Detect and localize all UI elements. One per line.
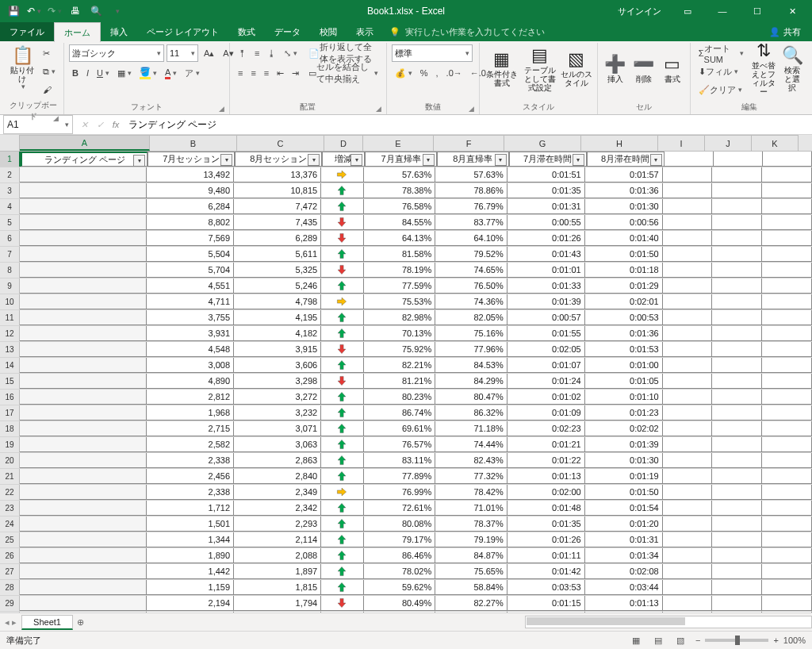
cell-trend[interactable] (321, 596, 363, 611)
tab-pagelayout[interactable]: ページ レイアウト (137, 22, 228, 41)
cell[interactable]: 69.61% (364, 421, 436, 436)
cell[interactable]: 3,071 (234, 421, 321, 436)
cell[interactable]: 0:01:11 (508, 548, 585, 563)
cell[interactable]: 64.13% (364, 231, 436, 246)
row-header[interactable]: 2 (0, 167, 20, 182)
grow-font-button[interactable]: A▴ (201, 44, 217, 62)
cell[interactable] (20, 342, 147, 357)
cell[interactable]: 0:01:22 (508, 453, 585, 468)
cell[interactable]: 72.61% (364, 501, 436, 516)
cell[interactable] (663, 421, 713, 436)
col-header-B[interactable]: B (150, 135, 237, 151)
cell[interactable]: 78.42% (435, 485, 508, 500)
col-header-J[interactable]: J (705, 135, 752, 151)
cut-button[interactable]: ✂ (40, 44, 53, 62)
cell-trend[interactable] (321, 167, 363, 182)
share-button[interactable]: 👤共有 (758, 22, 812, 41)
zoom-in-button[interactable]: + (773, 636, 778, 645)
cell[interactable]: 76.99% (364, 485, 436, 500)
cell-trend[interactable] (321, 612, 363, 613)
col-header-K[interactable]: K (752, 135, 799, 151)
cell[interactable]: 0:01:42 (508, 564, 585, 579)
font-size-combo[interactable]: 11▾ (167, 44, 198, 62)
cell[interactable] (712, 548, 762, 563)
row-header[interactable]: 6 (0, 231, 20, 246)
cell-D1[interactable]: 増減▾ (322, 152, 365, 167)
row-header[interactable]: 11 (0, 310, 20, 325)
cell-trend[interactable] (321, 548, 363, 563)
cell[interactable]: 8,802 (147, 215, 234, 230)
accounting-button[interactable]: 💰▾ (392, 64, 416, 82)
tab-view[interactable]: 表示 (347, 22, 383, 41)
cell[interactable]: 4,890 (147, 374, 234, 389)
cell[interactable] (762, 564, 812, 579)
align-right-button[interactable]: ≡ (261, 64, 272, 82)
cell[interactable] (712, 199, 762, 214)
row-header[interactable]: 27 (0, 564, 20, 579)
cell[interactable]: 59.62% (364, 580, 436, 595)
cell[interactable]: 74.36% (435, 294, 508, 309)
cell[interactable]: 7,569 (147, 231, 234, 246)
ribbon-options-icon[interactable]: ▭ (671, 0, 704, 22)
cell[interactable] (663, 501, 713, 516)
cell[interactable] (20, 215, 147, 230)
cell[interactable]: 2,582 (147, 437, 234, 452)
cell[interactable] (20, 278, 147, 294)
cell[interactable]: 0:01:31 (508, 199, 585, 214)
cell[interactable]: 77.96% (435, 342, 508, 357)
cell[interactable] (762, 469, 812, 484)
cell[interactable] (663, 532, 713, 547)
fx-button[interactable]: fx (108, 120, 124, 129)
cell-trend[interactable] (321, 199, 363, 214)
cell[interactable] (762, 517, 812, 532)
cell[interactable]: 0:01:34 (585, 548, 663, 563)
row-header[interactable]: 24 (0, 517, 20, 532)
cell-C1[interactable]: 8月セッション▾ (235, 152, 322, 167)
cell[interactable] (762, 342, 812, 357)
paste-button[interactable]: 📋貼り付け▾ (8, 44, 36, 94)
font-name-combo[interactable]: 游ゴシック▾ (69, 44, 164, 62)
cell-trend[interactable] (321, 263, 363, 278)
cell-trend[interactable] (321, 501, 363, 516)
cell[interactable]: 13,376 (234, 167, 321, 182)
cell[interactable]: 0:01:43 (508, 247, 585, 262)
row-header[interactable]: 3 (0, 183, 20, 198)
format-table-button[interactable]: ▤テーブルとして書式設定 (523, 44, 557, 94)
normal-view-button[interactable]: ▦ (629, 636, 643, 646)
cell[interactable]: 86.74% (364, 405, 436, 421)
cell[interactable] (663, 167, 713, 182)
align-middle-button[interactable]: ≡ (251, 44, 262, 62)
col-header-C[interactable]: C (237, 135, 324, 151)
cell[interactable]: 7,435 (234, 215, 321, 230)
cell[interactable]: 76.58% (364, 199, 436, 214)
cell[interactable]: 2,114 (234, 532, 321, 547)
phonetic-button[interactable]: ア▾ (182, 64, 203, 82)
align-bottom-button[interactable]: ⭳ (264, 44, 279, 62)
row-header[interactable]: 23 (0, 501, 20, 516)
cell[interactable]: 86.32% (435, 405, 508, 421)
cell-trend[interactable] (321, 517, 363, 532)
cell[interactable]: 1,968 (147, 405, 234, 421)
cell-F1[interactable]: 8月直帰率▾ (437, 152, 509, 167)
sort-filter-button[interactable]: ⇅並べ替えとフィルター (750, 44, 777, 94)
cell[interactable]: 70.92% (364, 612, 436, 613)
cell[interactable] (663, 263, 713, 278)
italic-button[interactable]: I (83, 64, 92, 82)
filter-button[interactable]: ▾ (573, 154, 584, 166)
cell[interactable] (20, 437, 147, 452)
cell-trend[interactable] (321, 231, 363, 246)
cell-H1[interactable]: 8月滞在時間▾ (587, 152, 665, 167)
cell[interactable] (663, 247, 713, 262)
cell[interactable]: 5,704 (147, 263, 234, 278)
cell[interactable] (20, 374, 147, 389)
cell[interactable] (663, 199, 713, 214)
cell-trend[interactable] (321, 390, 363, 405)
cell[interactable]: 83.11% (364, 453, 436, 468)
cell[interactable]: 1,159 (147, 580, 234, 595)
row-header[interactable]: 28 (0, 580, 20, 595)
cell[interactable]: 4,548 (147, 342, 234, 357)
cell[interactable] (663, 231, 713, 246)
cell[interactable]: 77.32% (435, 469, 508, 484)
cell[interactable] (712, 485, 762, 500)
cell[interactable]: 84.55% (364, 215, 436, 230)
